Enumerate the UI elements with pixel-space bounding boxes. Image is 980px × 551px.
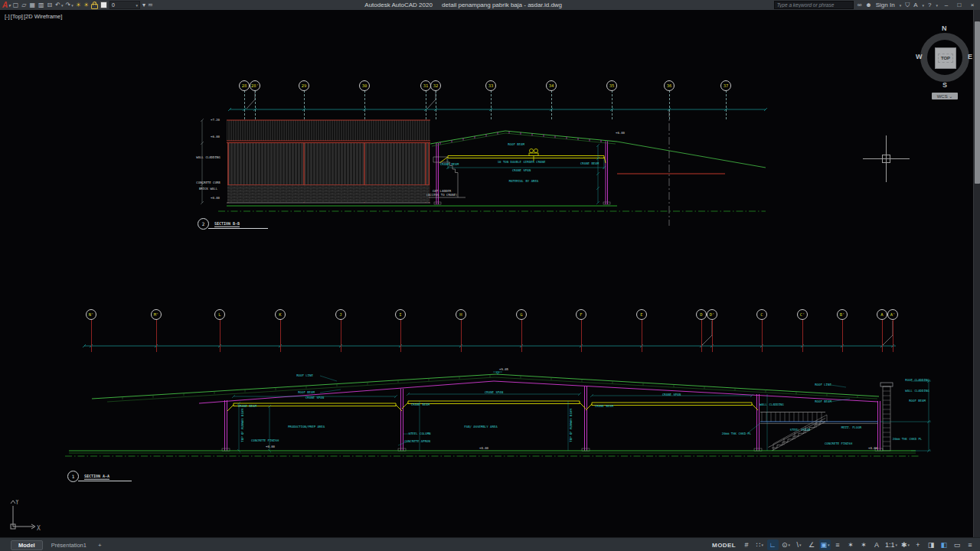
annotation-visibility-icon[interactable]: ✶ [858,540,870,550]
level-mark: +7.20 [211,119,220,122]
snap-mode-icon[interactable]: ∷▾ [754,540,766,550]
sun-icon[interactable]: ☀ [83,2,89,9]
app-menu-button[interactable]: A ▾ [2,1,11,9]
viewcube-north[interactable]: N [942,24,947,32]
vertical-scrollbar[interactable] [973,10,980,537]
wcs-menu[interactable]: WCS ⌄ [932,93,958,99]
section-callout-number: 1 [67,471,79,482]
grid-bubble: E [636,309,647,320]
search-icon[interactable]: ∞ [858,2,862,8]
tab-layout1: Présentation1 [44,541,93,549]
workspace-switching-icon[interactable]: ✱▾ [900,540,911,550]
grid-bubble: C [756,309,767,320]
layer-selector[interactable]: 0▾ [109,1,140,9]
lineweight-icon[interactable]: ≡ [832,540,844,550]
qat-more-icon[interactable]: ≂ [148,2,153,9]
label-crane: 10 TON DOUBLE GIRDER CRANE [498,161,546,165]
save[interactable]: ▦ [29,2,36,9]
search-input[interactable] [774,1,854,9]
level-mark-apex: +9.05 [499,368,508,372]
plot[interactable]: ⊟ [47,2,54,9]
ucs-y-label: Y [15,500,19,506]
drawing-canvas[interactable]: [-] [Top] [2D Wireframe] [0,10,973,537]
label-crane-beam-left: CRANE BEAM [440,163,459,167]
statusbar-toggles: MODEL # ∷▾ ∟ ⊙▾ \▾ ∠ ▣▾ ≡ [712,540,980,550]
autodesk-app-icon[interactable]: A [913,2,917,8]
window-title: Autodesk AutoCAD 2020 detail penampang p… [153,2,774,8]
label-runway-beam: TOP OF RUNWAY BEAM [241,409,245,442]
viewcube-east[interactable]: E [968,53,972,60]
label-mezz-floor: MEZZ. FLOOR [841,426,862,430]
grid-bubble: 33 [485,80,496,91]
level-mark: +0.00 [266,445,275,449]
unlock-icon[interactable] [91,4,98,9]
help-icon[interactable]: ? [928,2,931,8]
level-mark: +0.00 [479,447,488,451]
grid-bubble: 30 [359,80,370,91]
polar-tracking-icon[interactable]: ⊙▾ [780,540,792,550]
label-crane-span: CRANE SPAN [662,393,681,397]
new-layout-button[interactable]: + [95,542,105,549]
close-button[interactable]: × [968,2,977,8]
annotation-monitor-icon[interactable]: + [913,540,924,550]
undo[interactable]: ↶▾ [55,2,63,9]
selection-cycling-icon[interactable]: ✶ [845,540,857,550]
grid-bubble: B' [837,309,848,320]
object-snap-icon[interactable]: ▣▾ [819,540,831,550]
level-mark: +0.00 [868,447,877,451]
label-roof-line: ROOF LINE [296,374,313,378]
label-concrete-finish: CONCRETE FINISH [825,442,852,446]
statusbar-icons: # ∷▾ ∟ ⊙▾ \▾ ∠ ▣▾ ≡ ✶ ✶ [740,540,977,550]
label-wall-cladding: WALL CLADDING [905,390,929,393]
clean-screen-icon[interactable]: ▭ [952,540,963,550]
label-roof-beam: ROOF BEAM [909,399,926,403]
label-roof-beam: ROOF BEAM [815,400,831,404]
color-swatch[interactable] [100,2,107,8]
app-title: Autodesk AutoCAD 2020 [364,2,433,8]
label-chkd-plate: 20mm THK CHKD PL [722,432,752,436]
save-as[interactable]: ▥ [38,2,45,9]
autocad-logo-icon: A [2,1,8,9]
ortho-mode-icon[interactable]: ∟ [767,540,779,550]
grid-bubble: 29 [299,80,309,91]
graphics-performance-icon[interactable]: ◧ [939,540,950,550]
sign-in-button[interactable]: Sign In [876,2,895,8]
annotation-autoscale-icon[interactable]: A [871,540,883,550]
label-steel-stair: STEEL STAIR [790,429,811,432]
viewcube-west[interactable]: W [916,53,923,60]
label-concrete-curb: CONCRETE CURB [196,181,220,185]
minimize-button[interactable]: – [942,2,951,8]
label-area-mid: FAB/ ASSEMBLY AREA [464,425,497,429]
customization-icon[interactable]: ≡ [965,540,976,550]
new[interactable]: ▢ [13,2,20,9]
grid-bubble: I [395,309,406,320]
viewcube-south[interactable]: S [942,81,947,89]
level-mark: +0.00 [211,197,220,201]
app-store-cart-icon[interactable]: ⛉ [905,2,910,9]
maximize-button[interactable]: □ [955,2,964,8]
grid-bubble: C' [797,309,808,320]
model-space-button[interactable]: MODEL [712,542,736,549]
grid-bubble: 34 [546,80,557,91]
label-wall-cladding: WALL CLADDING [196,156,220,160]
scrollbar-thumb[interactable] [975,21,980,184]
annotation-scale-button[interactable]: 1:1▾ [884,540,898,550]
qat-customize-caret[interactable]: ▾ [142,2,145,9]
tab-model[interactable]: Model [11,540,43,550]
object-snap-tracking-icon[interactable]: ∠ [806,540,818,550]
label-roof-beam: ROOF BEAM [508,143,524,147]
redo[interactable]: ↷▾ [66,2,74,9]
viewcube-top-face[interactable]: TOP [935,47,956,69]
brightness-icon[interactable]: ☀ [76,2,81,9]
isometric-drafting-icon[interactable]: \▾ [793,540,805,550]
isolate-objects-icon[interactable]: ◨ [926,540,937,550]
document-title: detail penampang pabrik baja - asdar.id.… [442,2,562,8]
viewcube[interactable]: N W E S TOP WCS ⌄ [916,24,973,99]
level-mark: +6.00 [616,132,625,135]
open[interactable]: ▱ [21,2,27,9]
label-chkd-plate: 20mm THK CHKD PL [893,438,923,442]
grid-bubble: K [275,309,286,320]
statusbar: Model Présentation1 + MODEL # ∷▾ ∟ ⊙▾ \▾… [0,537,980,551]
grid-bubble: L [214,309,225,320]
grid-display-icon[interactable]: # [741,540,753,550]
